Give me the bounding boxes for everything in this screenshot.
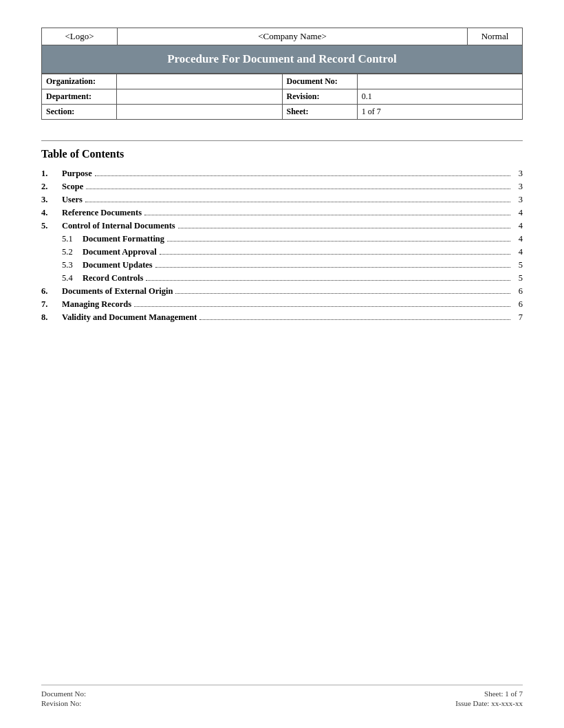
toc-item: 5.3Document Updates5 [41,260,523,270]
toc-list: 1.Purpose32.Scope33.Users34.Reference Do… [41,169,523,323]
section-label: Section: [42,105,117,120]
toc-item-dots [199,319,510,320]
toc-item-num: 8. [41,312,62,323]
toc-item-page: 5 [513,273,523,283]
toc-item-text: Reference Documents [62,208,142,218]
toc-item-num: 6. [41,286,62,297]
toc-item-page: 5 [513,260,523,270]
toc-item-dots [167,241,510,242]
department-value [117,89,282,105]
toc-item-num: 5. [41,221,62,231]
toc-item-dots [134,306,510,307]
toc-item-page: 4 [513,208,523,218]
toc-item-text: Control of Internal Documents [62,221,175,231]
toc-item-dots [85,202,510,202]
toc-item-num: 5.4 [62,273,83,283]
toc-item-page: 4 [513,247,523,257]
logo-cell: <Logo> [42,28,118,45]
footer-document-no: Document No: [41,689,86,698]
toc-section: Table of Contents 1.Purpose32.Scope33.Us… [41,148,523,325]
toc-item-page: 3 [513,169,523,179]
toc-item-dots [95,175,510,176]
section-divider [41,140,523,141]
footer-left: Document No: Revision No: [41,689,86,707]
toc-item: 1.Purpose3 [41,169,523,179]
toc-item-text: Document Formatting [83,234,164,244]
sheet-label: Sheet: [282,105,357,120]
toc-item-dots [146,280,510,281]
company-name-cell: <Company Name> [118,28,468,45]
footer-issue-date: Issue Date: xx-xxx-xx [455,699,523,707]
revision-label: Revision: [282,89,357,105]
info-table: Organization: Document No: Department: R… [41,74,523,120]
toc-item: 6.Documents of External Origin6 [41,286,523,297]
toc-item-page: 4 [513,234,523,244]
toc-item-dots [155,267,510,268]
footer-sheet: Sheet: 1 of 7 [484,689,523,698]
toc-item-num: 3. [41,195,62,205]
revision-value: 0.1 [357,89,522,105]
page: <Logo> <Company Name> Normal Procedure F… [0,0,564,728]
section-value [117,105,282,120]
toc-item-page: 7 [513,312,523,323]
toc-item: 7.Managing Records6 [41,299,523,310]
toc-item-dots [160,254,510,255]
toc-item: 5.4Record Controls5 [41,273,523,283]
page-footer: Document No: Revision No: Sheet: 1 of 7 … [41,685,523,707]
toc-item-dots [178,228,510,228]
department-label: Department: [42,89,117,105]
toc-title: Table of Contents [41,148,523,160]
toc-item: 5.1Document Formatting4 [41,234,523,244]
toc-item-page: 3 [513,182,523,192]
toc-item: 5.Control of Internal Documents4 [41,221,523,231]
toc-item-dots [86,189,510,189]
toc-item-page: 6 [513,286,523,297]
toc-item: 3.Users3 [41,195,523,205]
toc-item-page: 6 [513,299,523,310]
toc-item-dots [175,293,510,294]
sheet-value: 1 of 7 [357,105,522,120]
toc-item-num: 5.3 [62,260,83,270]
toc-item-num: 1. [41,169,62,179]
footer-revision-no: Revision No: [41,699,86,707]
toc-item-text: Document Approval [83,247,157,257]
toc-item-num: 5.1 [62,234,83,244]
toc-item-text: Validity and Document Management [62,312,197,323]
header-table: <Logo> <Company Name> Normal [41,28,523,45]
toc-item-text: Managing Records [62,299,131,310]
toc-item-text: Document Updates [83,260,153,270]
toc-item-num: 4. [41,208,62,218]
organization-value [117,74,282,89]
organization-label: Organization: [42,74,117,89]
toc-item: 5.2Document Approval4 [41,247,523,257]
document-no-label: Document No: [282,74,357,89]
toc-item-num: 5.2 [62,247,83,257]
toc-item-page: 3 [513,195,523,205]
title-banner: Procedure For Document and Record Contro… [41,45,523,74]
toc-item: 4.Reference Documents4 [41,208,523,218]
toc-item-text: Purpose [62,169,92,179]
toc-item: 8.Validity and Document Management7 [41,312,523,323]
footer-right: Sheet: 1 of 7 Issue Date: xx-xxx-xx [455,689,523,707]
toc-item-text: Scope [62,182,83,192]
document-no-value [357,74,522,89]
toc-item-text: Users [62,195,83,205]
toc-item-num: 2. [41,182,62,192]
toc-item-page: 4 [513,221,523,231]
toc-item: 2.Scope3 [41,182,523,192]
toc-item-text: Documents of External Origin [62,286,173,297]
toc-item-dots [144,215,510,215]
status-cell: Normal [468,28,523,45]
toc-item-text: Record Controls [83,273,143,283]
toc-item-num: 7. [41,299,62,310]
